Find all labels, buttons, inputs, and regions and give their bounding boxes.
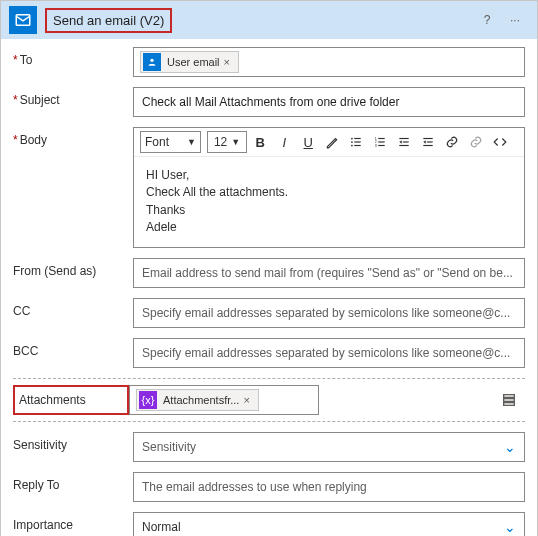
svg-rect-14 [400, 138, 409, 139]
chevron-down-icon: ⌄ [504, 519, 516, 535]
label-body: Body [13, 127, 133, 147]
card-header: Send an email (V2) ? ··· [1, 1, 537, 39]
bullets-button[interactable] [345, 131, 367, 153]
body-editor: Font ▼ 12 ▼ B I U [133, 127, 525, 248]
outlook-icon [9, 6, 37, 34]
row-cc: CC Specify email addresses separated by … [13, 298, 525, 328]
text-color-button[interactable] [321, 131, 343, 153]
token-user-email[interactable]: User email × [140, 51, 239, 73]
label-cc: CC [13, 298, 133, 318]
card-body: To User email × Subject Check all Mail A… [1, 39, 537, 536]
row-subject: Subject Check all Mail Attachments from … [13, 87, 525, 117]
code-view-button[interactable] [489, 131, 511, 153]
row-importance: Importance Normal ⌄ [13, 512, 525, 536]
token-remove[interactable]: × [239, 394, 253, 406]
body-textarea[interactable]: HI User, Check All the attachments. Than… [134, 157, 524, 247]
svg-rect-9 [378, 141, 384, 142]
bcc-input[interactable]: Specify email addresses separated by sem… [133, 338, 525, 368]
svg-rect-18 [427, 141, 433, 142]
numbered-button[interactable]: 123 [369, 131, 391, 153]
bold-button[interactable]: B [249, 131, 271, 153]
label-from: From (Send as) [13, 258, 133, 278]
to-input[interactable]: User email × [133, 47, 525, 77]
svg-rect-21 [504, 398, 515, 401]
svg-rect-15 [403, 141, 409, 142]
from-input[interactable]: Email address to send mail from (require… [133, 258, 525, 288]
importance-select[interactable]: Normal ⌄ [133, 512, 525, 536]
svg-rect-5 [354, 141, 360, 142]
svg-rect-16 [400, 145, 409, 146]
svg-point-6 [351, 145, 353, 147]
svg-rect-8 [378, 138, 384, 139]
caret-icon: ▼ [187, 137, 196, 147]
svg-rect-7 [354, 145, 360, 146]
attachments-input[interactable]: {x} Attachmentsfr... × [129, 385, 319, 415]
chevron-down-icon: ⌄ [504, 439, 516, 455]
svg-rect-22 [504, 402, 515, 405]
italic-button[interactable]: I [273, 131, 295, 153]
svg-rect-10 [378, 145, 384, 146]
token-attachments[interactable]: {x} Attachmentsfr... × [136, 389, 259, 411]
outdent-button[interactable] [393, 131, 415, 153]
svg-point-4 [351, 141, 353, 143]
more-button[interactable]: ··· [501, 6, 529, 34]
token-label: User email [167, 56, 220, 68]
indent-button[interactable] [417, 131, 439, 153]
svg-rect-17 [424, 138, 433, 139]
label-to: To [13, 47, 133, 67]
row-body: Body Font ▼ 12 ▼ B I U [13, 127, 525, 248]
font-size-select[interactable]: 12 ▼ [207, 131, 247, 153]
svg-point-1 [150, 59, 153, 62]
caret-icon: ▼ [231, 137, 240, 147]
help-button[interactable]: ? [473, 6, 501, 34]
svg-rect-20 [504, 394, 515, 397]
label-subject: Subject [13, 87, 133, 107]
row-from: From (Send as) Email address to send mai… [13, 258, 525, 288]
svg-text:3: 3 [375, 144, 377, 148]
row-attachments: Attachments {x} Attachmentsfr... × [13, 378, 525, 422]
token-label: Attachmentsfr... [163, 394, 239, 406]
dynamic-content-icon [143, 53, 161, 71]
label-attachments: Attachments [13, 385, 129, 415]
font-select[interactable]: Font ▼ [140, 131, 201, 153]
row-sensitivity: Sensitivity Sensitivity ⌄ [13, 432, 525, 462]
replyto-input[interactable]: The email addresses to use when replying [133, 472, 525, 502]
label-bcc: BCC [13, 338, 133, 358]
svg-point-2 [351, 138, 353, 140]
card-title: Send an email (V2) [45, 8, 172, 33]
label-replyto: Reply To [13, 472, 133, 492]
token-remove[interactable]: × [220, 56, 234, 68]
cc-input[interactable]: Specify email addresses separated by sem… [133, 298, 525, 328]
rte-toolbar: Font ▼ 12 ▼ B I U [134, 128, 524, 157]
row-replyto: Reply To The email addresses to use when… [13, 472, 525, 502]
send-email-card: Send an email (V2) ? ··· To User email ×… [0, 0, 538, 536]
subject-input[interactable]: Check all Mail Attachments from one driv… [133, 87, 525, 117]
sensitivity-select[interactable]: Sensitivity ⌄ [133, 432, 525, 462]
svg-rect-19 [424, 145, 433, 146]
underline-button[interactable]: U [297, 131, 319, 153]
unlink-button[interactable] [465, 131, 487, 153]
link-button[interactable] [441, 131, 463, 153]
label-sensitivity: Sensitivity [13, 432, 133, 452]
switch-to-array-button[interactable] [501, 392, 525, 408]
row-to: To User email × [13, 47, 525, 77]
label-importance: Importance [13, 512, 133, 532]
svg-rect-3 [354, 138, 360, 139]
row-bcc: BCC Specify email addresses separated by… [13, 338, 525, 368]
expression-icon: {x} [139, 391, 157, 409]
